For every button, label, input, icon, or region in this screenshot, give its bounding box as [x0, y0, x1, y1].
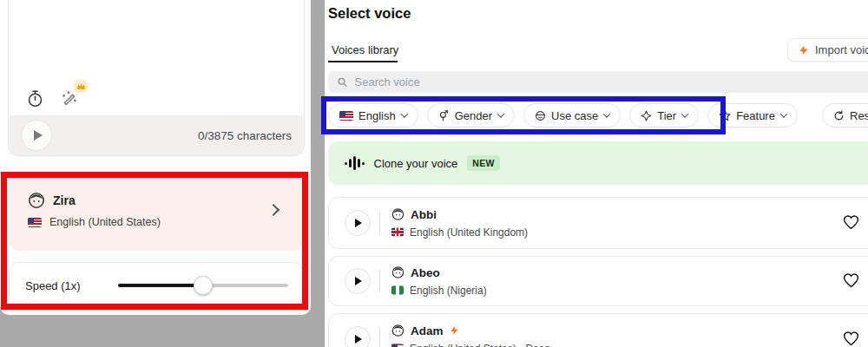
- app-screen: 0/3875 characters Zira English (United S…: [0, 0, 868, 347]
- premium-crown-icon: [73, 80, 89, 93]
- speed-control: Speed (1x): [9, 262, 304, 309]
- filter-language[interactable]: English: [328, 103, 418, 128]
- play-icon: [34, 130, 43, 141]
- voice-language: English (Nigeria): [410, 285, 487, 297]
- chevron-down-icon: [497, 110, 504, 117]
- voice-language: English (United Kingdom): [410, 226, 528, 239]
- us-flag-icon: [391, 344, 404, 347]
- lightning-bolt-icon: [450, 325, 459, 337]
- us-flag-icon: [28, 218, 42, 227]
- chevron-down-icon: [780, 110, 787, 117]
- select-voice-modal: Select voice Voices library Import voice…: [325, 0, 868, 347]
- waveform-icon: [345, 156, 365, 170]
- voice-name: Abbi: [411, 208, 437, 221]
- filter-gender[interactable]: Gender: [427, 103, 515, 128]
- voice-avatar-icon: [391, 266, 404, 279]
- filter-tier[interactable]: Tier: [629, 103, 699, 128]
- us-flag-icon: [339, 111, 353, 121]
- selected-voice-name: Zira: [53, 193, 76, 207]
- clone-voice-banner[interactable]: Clone your voice NEW: [328, 141, 868, 185]
- voice-name: Adam: [411, 324, 444, 337]
- generate-play-button[interactable]: [21, 120, 52, 151]
- divider: [379, 270, 380, 292]
- chevron-down-icon: [603, 110, 610, 117]
- filter-use-case[interactable]: Use case: [523, 103, 621, 128]
- search-bar[interactable]: [328, 71, 868, 93]
- tab-active-underline: [328, 61, 398, 62]
- new-badge: NEW: [467, 155, 499, 171]
- timer-icon[interactable]: [24, 88, 45, 108]
- import-voices-label: Import voices: [815, 43, 868, 56]
- filter-row: English Gender Use case: [328, 103, 798, 128]
- search-voice-input[interactable]: [355, 75, 868, 88]
- favorite-heart-icon[interactable]: [842, 330, 860, 347]
- divider: [379, 328, 380, 347]
- voice-avatar-icon: [28, 192, 45, 209]
- editor-footer: 0/3875 characters: [9, 115, 304, 155]
- reset-filters-button[interactable]: Reset: [822, 103, 868, 128]
- use-case-icon: [535, 110, 546, 121]
- filter-use-case-label: Use case: [551, 109, 598, 122]
- divider: [379, 212, 380, 234]
- preview-play-button[interactable]: [345, 326, 371, 347]
- clone-voice-label: Clone your voice: [374, 157, 458, 170]
- voice-row-adam[interactable]: Adam English (United States) · Deep: [328, 313, 868, 347]
- voice-language: English (United States) · Deep: [410, 343, 550, 347]
- voice-avatar-icon: [391, 324, 404, 337]
- speed-label: Speed (1x): [25, 279, 81, 292]
- tab-voices-library[interactable]: Voices library: [332, 43, 398, 56]
- reset-label: Reset: [850, 109, 868, 122]
- tier-sparkle-icon: [641, 110, 652, 121]
- chevron-down-icon: [681, 110, 688, 117]
- refresh-icon: [833, 110, 845, 121]
- chevron-down-icon: [400, 110, 407, 117]
- nigeria-flag-icon: [391, 286, 404, 295]
- voice-row-abbi[interactable]: Abbi English (United Kingdom): [328, 197, 868, 249]
- speed-slider[interactable]: [118, 284, 288, 287]
- play-icon: [355, 219, 362, 227]
- filter-gender-label: Gender: [455, 109, 492, 122]
- text-editor[interactable]: 0/3875 characters: [8, 0, 305, 156]
- voice-name: Abeo: [411, 266, 440, 279]
- voice-row-abeo[interactable]: Abeo English (Nigeria): [328, 256, 868, 306]
- magic-wand-icon[interactable]: [59, 88, 80, 108]
- import-voices-button[interactable]: Import voices: [787, 38, 868, 62]
- chevron-right-icon: [267, 204, 279, 216]
- filter-feature-label: Feature: [736, 109, 775, 122]
- favorite-heart-icon[interactable]: [842, 213, 860, 231]
- uk-flag-icon: [391, 228, 404, 237]
- filter-language-label: English: [358, 109, 396, 122]
- speed-slider-thumb[interactable]: [194, 276, 213, 295]
- favorite-heart-icon[interactable]: [842, 272, 860, 289]
- preview-play-button[interactable]: [345, 210, 371, 236]
- character-counter: 0/3875 characters: [198, 129, 292, 142]
- selected-voice-card[interactable]: Zira English (United States): [9, 176, 304, 251]
- star-icon: [719, 109, 731, 121]
- filter-feature[interactable]: Feature: [707, 103, 798, 128]
- text-to-speech-panel: 0/3875 characters Zira English (United S…: [0, 0, 311, 315]
- selected-voice-language: English (United States): [49, 216, 161, 228]
- gender-icon: [438, 110, 450, 121]
- filter-tier-label: Tier: [657, 109, 676, 122]
- play-icon: [355, 277, 362, 285]
- preview-play-button[interactable]: [345, 268, 371, 294]
- play-icon: [355, 335, 362, 344]
- page-title: Select voice: [328, 5, 411, 22]
- search-icon: [337, 76, 348, 88]
- voice-avatar-icon: [391, 208, 404, 221]
- lightning-bolt-icon: [799, 44, 809, 56]
